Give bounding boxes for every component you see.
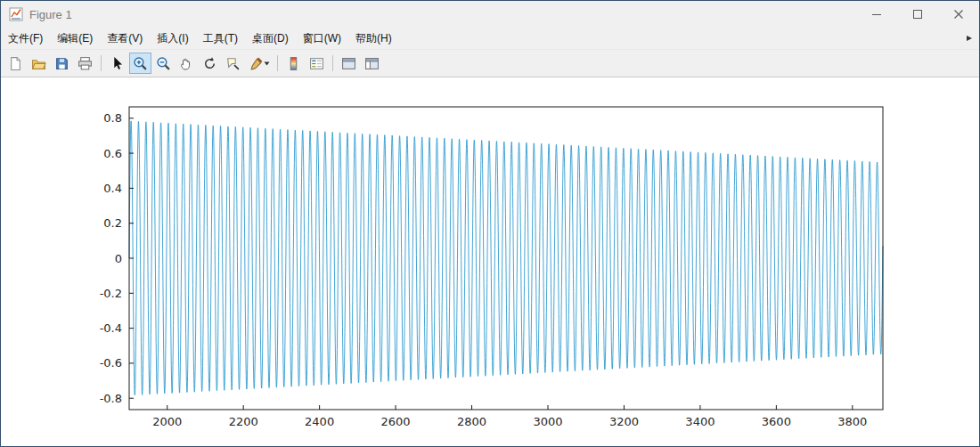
menu-edit[interactable]: 编辑(E) (50, 28, 100, 49)
rotate-icon (202, 56, 217, 71)
show-plot-tools-icon (364, 56, 380, 71)
rotate-3d-button[interactable] (199, 53, 221, 74)
data-cursor-icon (225, 56, 241, 71)
svg-text:0.8: 0.8 (103, 111, 122, 125)
figure-window: Figure 1 文件(F) 编辑(E) 查看(V) 插入(I) 工具(T) 桌… (0, 0, 980, 447)
toolbar-overflow-icon (965, 34, 974, 43)
plot-axes[interactable]: 2000220024002600280030003200340036003800… (1, 77, 979, 447)
svg-text:3000: 3000 (533, 415, 562, 428)
toolbar-overflow-button[interactable] (965, 32, 974, 45)
maximize-icon (912, 9, 923, 20)
menu-tools[interactable]: 工具(T) (196, 28, 245, 49)
hide-plot-tools-button[interactable] (338, 53, 360, 74)
svg-text:2600: 2600 (381, 415, 411, 428)
printer-icon (78, 56, 93, 71)
data-cursor-button[interactable] (222, 53, 244, 74)
svg-text:0.2: 0.2 (103, 216, 122, 230)
zoom-in-button[interactable] (129, 53, 151, 74)
svg-text:2000: 2000 (152, 415, 182, 428)
svg-text:2200: 2200 (229, 415, 258, 428)
title-bar[interactable]: Figure 1 (1, 1, 979, 28)
menu-insert[interactable]: 插入(I) (150, 28, 195, 49)
save-icon (54, 56, 69, 71)
minimize-icon (871, 9, 882, 20)
brush-dropdown-icon (264, 61, 270, 66)
new-document-icon (8, 56, 23, 71)
svg-text:-0.8: -0.8 (100, 392, 122, 405)
svg-text:0: 0 (115, 252, 122, 265)
figure-canvas: 2000220024002600280030003200340036003800… (1, 77, 979, 447)
svg-text:-0.6: -0.6 (100, 356, 122, 370)
open-file-button[interactable] (28, 53, 50, 74)
menu-help[interactable]: 帮助(H) (348, 28, 399, 49)
toolbar-separator (332, 55, 333, 71)
minimize-button[interactable] (856, 1, 897, 28)
toolbar-separator (101, 55, 102, 71)
show-plot-tools-button[interactable] (361, 53, 383, 74)
pan-button[interactable] (176, 53, 198, 74)
window-controls (856, 1, 979, 28)
colorbar-icon (286, 56, 301, 71)
svg-text:0.6: 0.6 (103, 147, 122, 160)
window-title: Figure 1 (29, 8, 72, 21)
close-button[interactable] (938, 1, 979, 28)
matlab-figure-icon (9, 7, 23, 21)
svg-text:3200: 3200 (609, 415, 639, 428)
open-folder-icon (31, 56, 46, 71)
svg-text:-0.2: -0.2 (100, 287, 122, 300)
menu-window[interactable]: 窗口(W) (296, 28, 348, 49)
pan-hand-icon (179, 56, 194, 71)
print-figure-button[interactable] (74, 53, 96, 74)
edit-plot-button[interactable] (106, 53, 128, 74)
close-icon (953, 9, 964, 20)
zoom-in-icon (133, 56, 148, 71)
maximize-button[interactable] (897, 1, 938, 28)
svg-text:3800: 3800 (837, 415, 867, 428)
svg-text:0.4: 0.4 (103, 182, 122, 195)
figure-toolbar (1, 49, 979, 77)
menu-bar: 文件(F) 编辑(E) 查看(V) 插入(I) 工具(T) 桌面(D) 窗口(W… (1, 28, 979, 49)
zoom-out-icon (156, 56, 171, 71)
insert-legend-button[interactable] (306, 53, 328, 74)
svg-text:3600: 3600 (762, 415, 791, 428)
new-document-button[interactable] (4, 53, 27, 74)
svg-text:-0.4: -0.4 (100, 321, 122, 335)
svg-text:3400: 3400 (685, 415, 715, 428)
insert-colorbar-button[interactable] (282, 53, 305, 74)
arrow-cursor-icon (110, 56, 125, 71)
save-figure-button[interactable] (51, 53, 73, 74)
menu-file[interactable]: 文件(F) (1, 28, 50, 49)
menu-desktop[interactable]: 桌面(D) (245, 28, 296, 49)
legend-icon (309, 56, 324, 71)
brush-icon (249, 56, 264, 71)
menu-view[interactable]: 查看(V) (100, 28, 150, 49)
svg-text:2800: 2800 (457, 415, 486, 428)
zoom-out-button[interactable] (152, 53, 175, 74)
brush-data-button[interactable] (245, 53, 273, 74)
hide-plot-tools-icon (341, 56, 356, 71)
toolbar-separator (277, 55, 278, 71)
svg-text:2400: 2400 (305, 415, 334, 428)
